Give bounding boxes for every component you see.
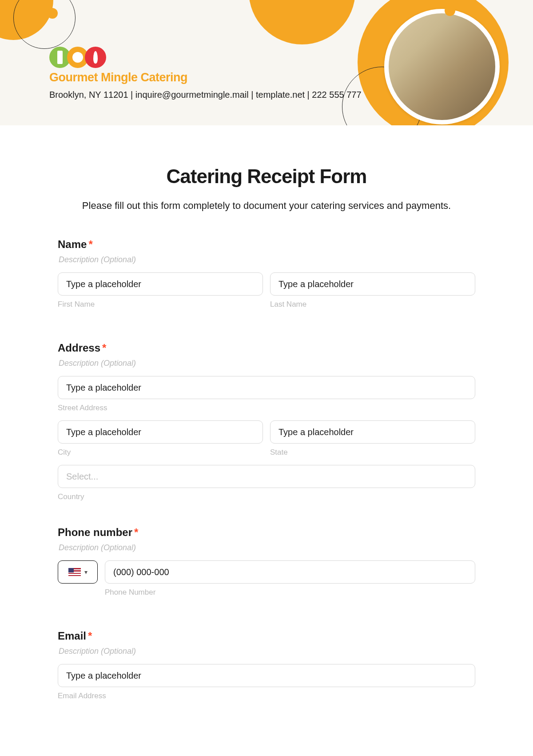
label-text: Address xyxy=(58,342,100,354)
phone-sublabel: Phone Number xyxy=(105,588,475,597)
page-subtitle: Please fill out this form completely to … xyxy=(58,200,475,212)
company-name: Gourmet Mingle Catering xyxy=(49,71,533,84)
required-asterisk: * xyxy=(88,238,92,250)
header-banner: Gourmet Mingle Catering Brooklyn, NY 112… xyxy=(0,0,533,125)
field-phone: Phone number* Description (Optional) ▾ P… xyxy=(58,526,475,605)
label-text: Name xyxy=(58,238,87,250)
field-label: Phone number* xyxy=(58,526,475,539)
field-description: Description (Optional) xyxy=(58,255,475,264)
city-sublabel: City xyxy=(58,448,263,457)
field-name: Name* Description (Optional) First Name … xyxy=(58,238,475,317)
country-placeholder: Select... xyxy=(66,472,98,482)
country-sublabel: Country xyxy=(58,492,475,501)
field-email: Email* Description (Optional) Email Addr… xyxy=(58,630,475,700)
first-name-sublabel: First Name xyxy=(58,300,263,309)
flag-us-icon xyxy=(68,568,81,576)
field-label: Email* xyxy=(58,630,475,642)
company-contact: Brooklyn, NY 11201 | inquire@gourmetming… xyxy=(49,90,533,100)
chevron-down-icon: ▾ xyxy=(84,568,88,576)
state-input[interactable] xyxy=(270,420,475,444)
state-sublabel: State xyxy=(270,448,475,457)
first-name-input[interactable] xyxy=(58,272,263,296)
decor-dot xyxy=(445,5,455,16)
field-description: Description (Optional) xyxy=(58,647,475,656)
street-address-input[interactable] xyxy=(58,376,475,399)
city-input[interactable] xyxy=(58,420,263,444)
last-name-sublabel: Last Name xyxy=(270,300,475,309)
required-asterisk: * xyxy=(88,630,92,642)
street-sublabel: Street Address xyxy=(58,404,475,412)
field-description: Description (Optional) xyxy=(58,543,475,552)
label-text: Email xyxy=(58,630,86,642)
email-input[interactable] xyxy=(58,664,475,687)
country-select[interactable]: Select... xyxy=(58,465,475,488)
country-code-selector[interactable]: ▾ xyxy=(58,560,98,584)
company-logo xyxy=(49,47,533,68)
last-name-input[interactable] xyxy=(270,272,475,296)
page-title: Catering Receipt Form xyxy=(58,165,475,188)
field-label: Name* xyxy=(58,238,475,251)
label-text: Phone number xyxy=(58,526,132,538)
email-sublabel: Email Address xyxy=(58,692,475,700)
field-address: Address* Description (Optional) Street A… xyxy=(58,342,475,501)
form-container: Catering Receipt Form Please fill out th… xyxy=(0,125,533,752)
field-description: Description (Optional) xyxy=(58,359,475,368)
field-label: Address* xyxy=(58,342,475,354)
required-asterisk: * xyxy=(134,526,138,538)
phone-input[interactable] xyxy=(105,560,475,584)
required-asterisk: * xyxy=(102,342,106,354)
logo-spoon-icon xyxy=(85,47,106,68)
